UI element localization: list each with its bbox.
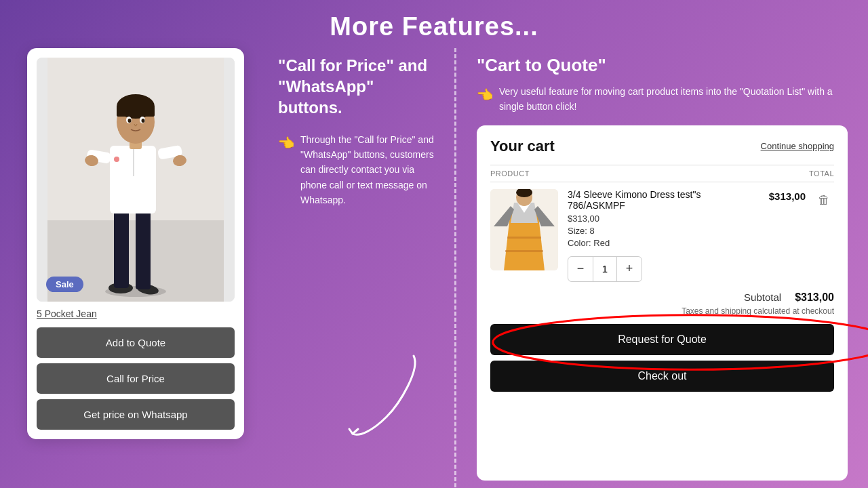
cart-subtotal: Subtotal $313,00 <box>490 291 834 304</box>
cart-item-image <box>490 189 558 270</box>
product-image: Sale <box>37 58 235 302</box>
call-for-price-feature-title: "Call for Price" and "WhatsApp" buttons. <box>278 55 434 119</box>
subtotal-label: Subtotal <box>744 291 781 303</box>
qty-controls: − 1 + <box>568 256 642 282</box>
dress-illustration <box>490 189 558 270</box>
pointing-right-icon: 👉 <box>278 132 295 208</box>
middle-panel: "Call for Price" and "WhatsApp" buttons.… <box>258 48 448 487</box>
add-to-quote-button[interactable]: Add to Quote <box>37 327 235 358</box>
page-header: More Features... <box>0 0 868 48</box>
svg-point-18 <box>142 119 145 123</box>
dashed-divider <box>454 48 456 487</box>
curly-arrow-illustration <box>346 349 427 447</box>
pointing-right-icon-2: 👉 <box>477 84 494 115</box>
product-image-container: Sale <box>37 58 235 302</box>
tax-note: Taxes and shipping calculated at checkou… <box>490 306 834 316</box>
call-for-price-button[interactable]: Call for Price <box>37 363 235 394</box>
svg-rect-9 <box>133 149 134 176</box>
cart-header: Your cart Continue shopping <box>490 138 834 155</box>
cart-feature-desc: 👉 Very useful feature for moving cart pr… <box>477 84 848 115</box>
svg-rect-6 <box>114 207 129 288</box>
cart-table-header: PRODUCT TOTAL <box>490 165 834 182</box>
checkout-button[interactable]: Check out <box>490 361 834 392</box>
page-title: More Features... <box>0 12 868 41</box>
cart-panel: Your cart Continue shopping PRODUCT TOTA… <box>477 125 848 481</box>
cart-item-total: $313,00 <box>769 189 806 202</box>
col-total-label: TOTAL <box>809 169 834 178</box>
item-name: 3/4 Sleeve Kimono Dress test"s 786/ASKMP… <box>568 189 760 211</box>
qty-increase-button[interactable]: + <box>617 257 642 281</box>
right-panel: "Cart to Quote" 👉 Very useful feature fo… <box>463 48 854 487</box>
product-title[interactable]: 5 Pocket Jean <box>37 308 235 319</box>
qty-value: 1 <box>593 257 617 281</box>
col-product-label: PRODUCT <box>490 169 530 178</box>
product-card: Sale 5 Pocket Jean Add to Quote Call for… <box>27 48 244 439</box>
request-quote-container: Request for Quote <box>490 324 834 361</box>
svg-rect-25 <box>505 250 543 252</box>
item-color: Color: Red <box>568 238 760 248</box>
cart-item: 3/4 Sleeve Kimono Dress test"s 786/ASKMP… <box>490 189 834 282</box>
main-content: Sale 5 Pocket Jean Add to Quote Call for… <box>0 48 868 487</box>
cart-feature-text: Very useful feature for moving cart prod… <box>499 84 848 115</box>
item-size: Size: 8 <box>568 226 760 236</box>
feature-description-text: Through the "Call for Price" and "WhatsA… <box>300 132 434 208</box>
qty-decrease-button[interactable]: − <box>568 257 593 281</box>
subtotal-value: $313,00 <box>795 291 834 304</box>
get-price-whatsapp-button[interactable]: Get price on Whatsapp <box>37 399 235 430</box>
person-illustration <box>37 58 235 302</box>
request-for-quote-button[interactable]: Request for Quote <box>490 324 834 355</box>
left-panel: Sale 5 Pocket Jean Add to Quote Call for… <box>14 48 258 487</box>
cart-item-details: 3/4 Sleeve Kimono Dress test"s 786/ASKMP… <box>568 189 760 282</box>
call-for-price-feature-desc: 👉 Through the "Call for Price" and "What… <box>278 132 434 208</box>
svg-rect-14 <box>117 106 155 117</box>
svg-point-10 <box>114 157 119 162</box>
delete-item-button[interactable]: 🗑 <box>814 189 834 211</box>
svg-rect-7 <box>136 207 151 289</box>
svg-rect-24 <box>507 237 541 239</box>
item-price: $313,00 <box>568 214 760 224</box>
svg-point-17 <box>128 119 132 123</box>
cart-to-quote-title: "Cart to Quote" <box>477 55 848 76</box>
cart-title: Your cart <box>490 138 555 155</box>
continue-shopping-link[interactable]: Continue shopping <box>761 141 834 151</box>
sale-badge: Sale <box>46 277 83 292</box>
